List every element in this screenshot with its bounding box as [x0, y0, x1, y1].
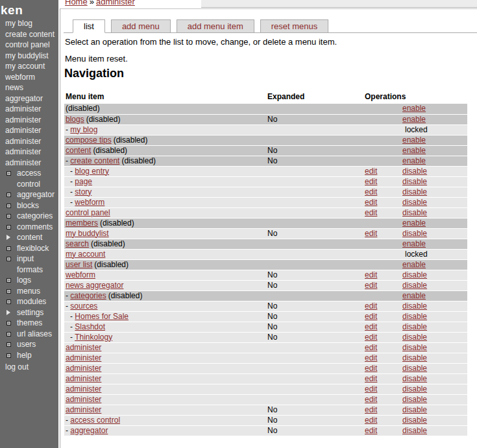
breadcrumb-link-administer[interactable]: administer — [96, 0, 135, 6]
edit-link[interactable]: edit — [365, 426, 377, 435]
edit-link[interactable]: edit — [365, 312, 377, 321]
sidebar-item-label[interactable]: administer — [5, 115, 41, 124]
enable-link[interactable]: enable — [402, 156, 426, 165]
menu-item-link[interactable]: Slashdot — [75, 322, 105, 331]
sidebar-item-label[interactable]: settings — [17, 308, 43, 317]
sidebar-item-input-formats[interactable]: input formats — [0, 253, 58, 275]
sidebar-item-my-account[interactable]: my account — [0, 61, 58, 72]
edit-link[interactable]: edit — [365, 405, 377, 414]
menu-item-link[interactable]: administer — [66, 374, 101, 383]
sidebar-item-administer[interactable]: administer — [0, 104, 58, 115]
edit-link[interactable]: edit — [365, 301, 377, 311]
sidebar-item-flexiblock[interactable]: flexiblock — [0, 243, 58, 254]
sidebar-item-help[interactable]: help — [0, 350, 58, 361]
menu-item-link[interactable]: my blog — [70, 125, 97, 134]
sidebar-item-content[interactable]: content — [0, 232, 58, 243]
edit-link[interactable]: edit — [365, 384, 377, 394]
sidebar-item-label[interactable]: news aggregator — [5, 83, 43, 103]
menu-item-link[interactable]: create content — [70, 156, 119, 165]
sidebar-item-my-buddylist[interactable]: my buddylist — [0, 51, 58, 62]
sidebar-item-label[interactable]: my blog — [5, 19, 32, 28]
menu-item-link[interactable]: members — [66, 218, 98, 228]
disable-link[interactable]: disable — [402, 353, 427, 362]
sidebar-item-label[interactable]: help — [17, 351, 32, 360]
menu-item-link[interactable]: search — [66, 239, 89, 248]
edit-link[interactable]: edit — [365, 416, 377, 425]
edit-link[interactable]: edit — [365, 395, 377, 404]
sidebar-item-categories[interactable]: categories — [0, 211, 58, 222]
tab-add-menu[interactable]: add menu — [111, 19, 171, 33]
menu-item-link[interactable]: my account — [66, 250, 105, 259]
menu-item-link[interactable]: sources — [70, 301, 97, 311]
sidebar-item-administer[interactable]: administer — [0, 115, 58, 126]
edit-link[interactable]: edit — [365, 270, 377, 279]
disable-link[interactable]: disable — [402, 187, 427, 196]
edit-link[interactable]: edit — [365, 364, 377, 373]
disable-link[interactable]: disable — [402, 312, 427, 321]
edit-link[interactable]: edit — [365, 167, 377, 176]
enable-link[interactable]: enable — [402, 115, 426, 124]
menu-item-link[interactable]: blogs — [66, 115, 84, 124]
edit-link[interactable]: edit — [365, 374, 377, 383]
disable-link[interactable]: disable — [402, 198, 427, 207]
sidebar-item-administer[interactable]: administer — [0, 147, 58, 158]
sidebar-item-label[interactable]: access control — [17, 169, 41, 189]
sidebar-item-label[interactable]: flexiblock — [17, 244, 49, 253]
enable-link[interactable]: enable — [402, 104, 426, 113]
menu-item-link[interactable]: administer — [66, 405, 101, 414]
disable-link[interactable]: disable — [402, 405, 427, 414]
edit-link[interactable]: edit — [365, 322, 377, 331]
sidebar-item-label[interactable]: url aliases — [17, 329, 52, 338]
sidebar-item-label[interactable]: administer — [5, 137, 41, 146]
menu-item-link[interactable]: content — [66, 146, 91, 155]
disable-link[interactable]: disable — [402, 416, 427, 425]
sidebar-item-label[interactable]: aggregator — [17, 190, 55, 199]
disable-link[interactable]: disable — [402, 374, 427, 383]
sidebar-item-label[interactable]: administer — [5, 126, 41, 135]
menu-item-link[interactable]: administer — [66, 395, 101, 404]
edit-link[interactable]: edit — [365, 187, 377, 196]
sidebar-item-create-content[interactable]: create content — [0, 29, 58, 40]
sidebar-item-label[interactable]: categories — [17, 211, 53, 220]
menu-item-link[interactable]: user list — [66, 260, 92, 269]
disable-link[interactable]: disable — [402, 333, 427, 342]
log-out-link[interactable]: log out — [5, 362, 29, 371]
disable-link[interactable]: disable — [402, 426, 427, 435]
sidebar-item-log-out[interactable]: log out — [5, 362, 29, 371]
menu-item-link[interactable]: administer — [66, 343, 101, 352]
edit-link[interactable]: edit — [365, 177, 377, 186]
menu-item-link[interactable]: control panel — [66, 208, 110, 217]
sidebar-item-themes[interactable]: themes — [0, 318, 58, 329]
tab-reset-menus[interactable]: reset menus — [260, 19, 329, 33]
sidebar-item-administer[interactable]: administer — [0, 136, 58, 147]
menu-item-link[interactable]: my buddylist — [66, 229, 109, 238]
menu-item-link[interactable]: news aggregator — [66, 281, 123, 290]
enable-link[interactable]: enable — [402, 291, 426, 300]
disable-link[interactable]: disable — [402, 167, 427, 176]
sidebar-item-label[interactable]: webform — [5, 73, 35, 82]
sidebar-item-label[interactable]: themes — [17, 318, 42, 327]
sidebar-item-label[interactable]: comments — [17, 222, 53, 231]
disable-link[interactable]: disable — [402, 364, 427, 373]
tab-add-menu-item[interactable]: add menu item — [177, 19, 254, 33]
edit-link[interactable]: edit — [365, 333, 377, 342]
sidebar-item-label[interactable]: administer — [5, 104, 41, 113]
tab-list[interactable]: list — [73, 19, 105, 33]
sidebar-item-webform[interactable]: webform — [0, 72, 58, 83]
enable-link[interactable]: enable — [402, 218, 426, 228]
edit-link[interactable]: edit — [365, 343, 377, 352]
disable-link[interactable]: disable — [402, 384, 427, 394]
sidebar-item-label[interactable]: input formats — [17, 254, 43, 274]
sidebar-item-my-blog[interactable]: my blog — [0, 18, 58, 29]
sidebar-item-label[interactable]: logs — [17, 276, 31, 285]
enable-link[interactable]: enable — [402, 136, 426, 145]
menu-item-link[interactable]: compose tips — [66, 136, 112, 145]
menu-item-link[interactable]: administer — [66, 384, 101, 394]
menu-item-link[interactable]: page — [75, 177, 92, 186]
disable-link[interactable]: disable — [402, 322, 427, 331]
menu-item-link[interactable]: aggregator — [70, 426, 108, 435]
edit-link[interactable]: edit — [365, 208, 377, 217]
menu-item-link[interactable]: access control — [70, 416, 120, 425]
sidebar-item-label[interactable]: my buddylist — [5, 51, 49, 60]
sidebar-item-label[interactable]: blocks — [17, 201, 39, 210]
